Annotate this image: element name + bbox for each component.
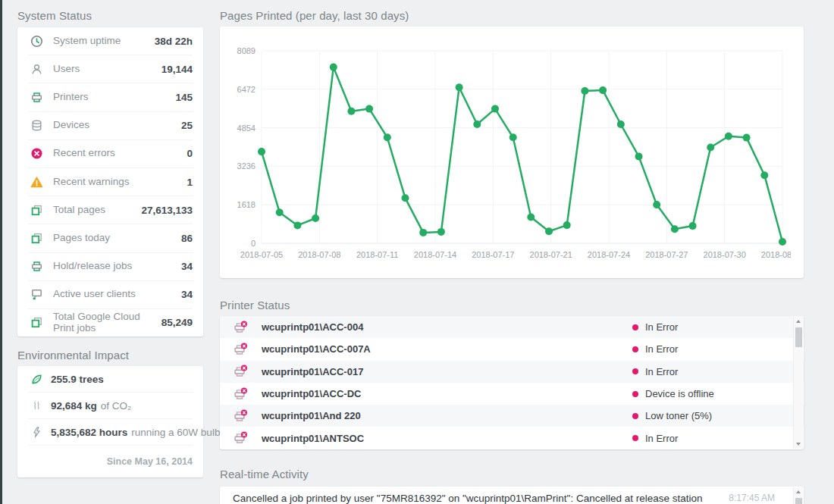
status-row: Recent warnings 1 xyxy=(28,167,193,196)
svg-text:2018-08-03: 2018-08-03 xyxy=(761,250,791,259)
status-value: 1 xyxy=(187,177,193,188)
status-label: Pages today xyxy=(53,233,181,244)
printer-row[interactable]: wcuprintp01\ACC-007A In Error xyxy=(220,338,804,360)
printer-error-icon xyxy=(233,365,248,378)
printer-status: In Error xyxy=(632,343,781,355)
error-icon xyxy=(30,147,43,160)
printer-row[interactable]: wcuprintp01\And 220 Low toner (5%) xyxy=(220,405,804,427)
printer-status-text: In Error xyxy=(645,343,678,355)
env-value: 255.9 trees xyxy=(51,374,104,385)
svg-text:2018-07-27: 2018-07-27 xyxy=(645,250,688,259)
status-dot xyxy=(632,346,638,352)
scrollbar-thumb[interactable] xyxy=(795,327,802,347)
svg-text:2018-07-24: 2018-07-24 xyxy=(588,250,630,259)
env-row: 92,684 kg of CO₂ xyxy=(28,392,193,418)
printer-row[interactable]: wcuprintp01\ACC-004 In Error xyxy=(220,316,804,338)
status-value: 34 xyxy=(181,289,193,300)
status-value: 85,249 xyxy=(161,317,193,328)
status-row: Pages today 86 xyxy=(28,224,193,252)
svg-text:0: 0 xyxy=(251,239,256,248)
status-value: 27,613,133 xyxy=(141,205,193,216)
energy-icon xyxy=(30,426,43,439)
pages-printed-card: 0161832364854647280892018-07-052018-07-0… xyxy=(220,27,804,278)
printer-error-icon xyxy=(233,409,248,423)
env-caption: running a 60W bulb xyxy=(131,427,220,438)
status-label: Total pages xyxy=(53,205,141,216)
system-status-card: System uptime 38d 22h Users 19,144 Print… xyxy=(17,27,203,337)
status-row: Total pages 27,613,133 xyxy=(28,196,193,224)
printer-list-scrollbar[interactable] xyxy=(793,317,803,449)
printer-status: In Error xyxy=(632,321,781,333)
status-value: 86 xyxy=(181,233,193,244)
status-row: Active user clients 34 xyxy=(28,280,193,308)
system-status-heading: System Status xyxy=(17,0,203,22)
users-icon xyxy=(30,63,43,76)
printer-name[interactable]: wcuprintp01\ACC-017 xyxy=(262,366,363,377)
scroll-down-arrow-icon[interactable] xyxy=(794,440,803,449)
status-row: Hold/release jobs 34 xyxy=(28,252,193,280)
status-value: 25 xyxy=(181,120,193,131)
svg-text:1618: 1618 xyxy=(237,200,256,209)
status-value: 145 xyxy=(175,92,193,103)
status-row: Devices 25 xyxy=(28,111,193,139)
printer-icon xyxy=(30,91,43,104)
pages-printed-chart: 0161832364854647280892018-07-052018-07-0… xyxy=(232,37,791,266)
printer-name[interactable]: wcuprintp01\And 220 xyxy=(262,410,361,421)
status-dot xyxy=(632,324,638,330)
environmental-impact-card: 255.9 trees 92,684 kg of CO₂ 5,835,682 h… xyxy=(17,366,203,477)
printer-error-icon xyxy=(233,431,248,445)
status-value: 34 xyxy=(181,261,193,272)
status-dot xyxy=(632,435,638,441)
svg-text:6472: 6472 xyxy=(237,85,256,94)
printer-row[interactable]: wcuprintp01\ACC-017 In Error xyxy=(220,361,804,383)
pages-icon xyxy=(30,316,43,329)
status-dot xyxy=(632,368,638,374)
printer-error-icon xyxy=(233,321,248,334)
env-row: 255.9 trees xyxy=(28,366,193,392)
svg-text:3236: 3236 xyxy=(237,161,256,171)
env-value: 92,684 kg xyxy=(51,400,97,412)
status-label: Active user clients xyxy=(53,289,181,300)
scroll-up-arrow-icon[interactable] xyxy=(794,317,803,326)
scrollbar-thumb[interactable] xyxy=(795,498,802,504)
right-column: Pages Printed (per day, last 30 days) 01… xyxy=(220,0,804,504)
status-value: 0 xyxy=(187,148,193,159)
status-label: Users xyxy=(53,64,161,75)
status-dot xyxy=(632,391,638,397)
status-label: System uptime xyxy=(53,36,155,47)
svg-text:2018-07-05: 2018-07-05 xyxy=(240,250,283,259)
env-row: 5,835,682 hours running a 60W bulb xyxy=(28,418,193,445)
printer-status-text: Device is offline xyxy=(645,388,714,399)
svg-text:2018-07-14: 2018-07-14 xyxy=(414,250,456,259)
printer-error-icon xyxy=(233,387,248,401)
nav-rail-edge xyxy=(0,0,2,504)
printer-name[interactable]: wcuprintp01\ACC-DC xyxy=(262,388,361,399)
activity-timestamp: 8:17:45 AM xyxy=(729,493,789,503)
printer-status-card: wcuprintp01\ACC-004 In Error wcuprintp01… xyxy=(220,316,804,449)
status-value: 38d 22h xyxy=(155,36,193,47)
status-dot xyxy=(632,413,638,419)
printer-name[interactable]: wcuprintp01\ACC-004 xyxy=(262,321,363,333)
devices-icon xyxy=(30,119,43,132)
scroll-up-arrow-icon[interactable] xyxy=(794,487,803,496)
svg-text:4854: 4854 xyxy=(237,124,256,133)
printer-status-text: Low toner (5%) xyxy=(645,410,712,421)
status-label: Devices xyxy=(53,120,181,131)
status-row: Users 19,144 xyxy=(28,55,193,83)
printer-name[interactable]: wcuprintp01\ACC-007A xyxy=(262,343,371,355)
printer-row[interactable]: wcuprintp01\ACC-DC Device is offline xyxy=(220,383,804,405)
client-icon xyxy=(30,288,43,301)
printer-name[interactable]: wcuprintp01\ANTSOC xyxy=(262,433,364,444)
status-label: Recent errors xyxy=(53,148,187,159)
status-row: Total Google Cloud Print jobs 85,249 xyxy=(28,308,193,337)
printer-status: In Error xyxy=(632,433,781,444)
printer-status-heading: Printer Status xyxy=(220,299,804,311)
printer-icon xyxy=(30,260,43,273)
status-value: 19,144 xyxy=(161,64,193,75)
activity-list-scrollbar[interactable] xyxy=(793,487,803,504)
status-row: Recent errors 0 xyxy=(28,139,193,167)
pages-printed-heading: Pages Printed (per day, last 30 days) xyxy=(220,0,804,22)
leaf-icon xyxy=(30,373,43,386)
svg-text:2018-07-21: 2018-07-21 xyxy=(530,250,572,259)
printer-row[interactable]: wcuprintp01\ANTSOC In Error xyxy=(220,427,804,449)
